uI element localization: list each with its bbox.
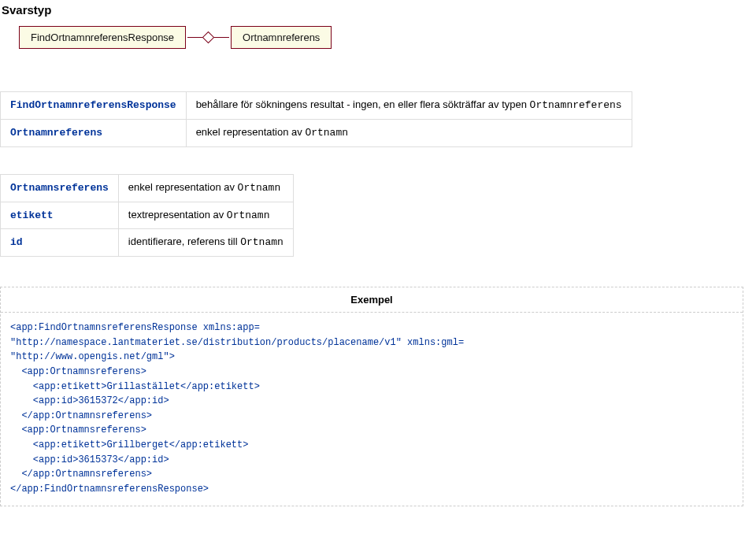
- term: etikett: [10, 209, 54, 221]
- uml-diagram: FindOrtnamnreferensResponse Ortnamnrefer…: [0, 21, 756, 52]
- description-table-1: FindOrtnamnreferensResponse behållare fö…: [0, 91, 632, 147]
- term: Ortnamnreferens: [10, 127, 102, 139]
- term: FindOrtnamnreferensResponse: [10, 99, 176, 111]
- table-row: Ortnamnsreferens enkel representation av…: [1, 174, 294, 202]
- example-box: Exempel <app:FindOrtnamnsreferensRespons…: [0, 287, 743, 506]
- uml-class-box: Ortnamnreferens: [231, 26, 332, 49]
- example-title: Exempel: [1, 287, 743, 313]
- section-heading: Svarstyp: [2, 3, 756, 17]
- term: Ortnamnsreferens: [10, 182, 109, 194]
- description: behållare för sökningens resultat - inge…: [186, 92, 632, 120]
- description: textrepresentation av Ortnamn: [118, 202, 293, 229]
- example-code: <app:FindOrtnamnsreferensResponse xmlns:…: [1, 313, 743, 506]
- table-row: id identifierare, referens till Ortnamn: [1, 229, 294, 257]
- uml-class-box: FindOrtnamnreferensResponse: [19, 26, 186, 49]
- table-row: etikett textrepresentation av Ortnamn: [1, 202, 294, 229]
- description-table-2: Ortnamnsreferens enkel representation av…: [0, 174, 294, 258]
- description: identifierare, referens till Ortnamn: [118, 229, 293, 257]
- description: enkel representation av Ortnamn: [118, 174, 293, 202]
- description: enkel representation av Ortnamn: [186, 119, 632, 146]
- diamond-icon: [202, 32, 215, 44]
- table-row: FindOrtnamnreferensResponse behållare fö…: [1, 92, 632, 120]
- term: id: [10, 236, 23, 248]
- table-row: Ortnamnreferens enkel representation av …: [1, 119, 632, 146]
- uml-aggregation-connector: [187, 33, 229, 42]
